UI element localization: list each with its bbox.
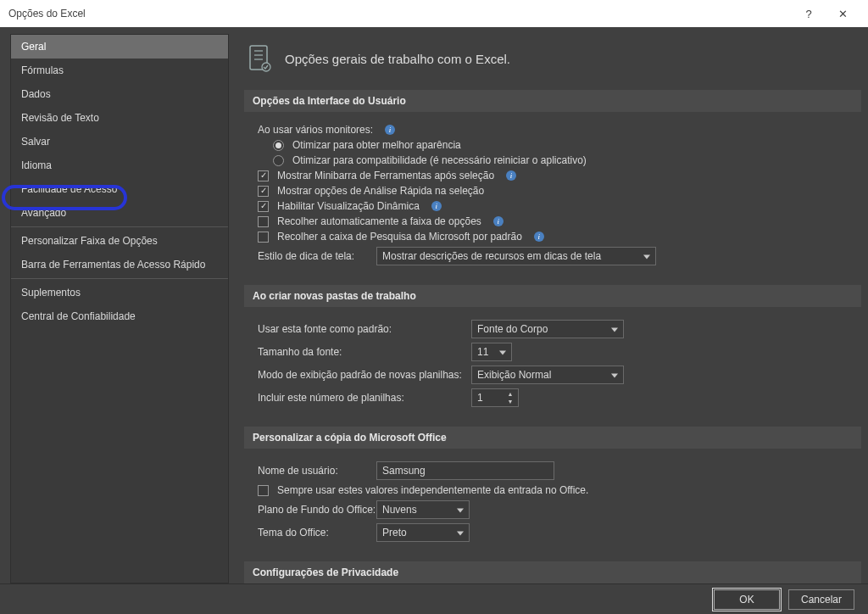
dialog-body: Geral Fórmulas Dados Revisão de Texto Sa…	[0, 27, 868, 583]
sheets-count-value: 1	[477, 392, 483, 404]
default-view-dropdown[interactable]: Exibição Normal	[471, 366, 624, 384]
radio-best-appearance[interactable]	[273, 140, 284, 151]
dialog-footer: OK Cancelar	[0, 583, 868, 614]
checkbox-always-use[interactable]	[258, 485, 269, 496]
checkbox-collapse-ribbon-label: Recolher automaticamente a faixa de opçõ…	[277, 215, 481, 227]
sidebar-item-revisao[interactable]: Revisão de Texto	[11, 106, 228, 130]
office-background-label: Plano de Fundo do Office:	[258, 504, 376, 516]
default-view-label: Modo de exibição padrão de novas planilh…	[258, 369, 471, 381]
checkbox-minibar-label: Mostrar Minibarra de Ferramentas após se…	[277, 170, 494, 181]
default-font-dropdown[interactable]: Fonte do Corpo	[471, 320, 624, 338]
window-title: Opções do Excel	[8, 8, 792, 20]
sidebar-item-avancado[interactable]: Avançado	[11, 201, 228, 225]
content-panel: Opções gerais de trabalho com o Excel. O…	[229, 34, 868, 583]
radio-compatibility-label: Otimizar para compatibilidade (é necessá…	[292, 154, 587, 166]
sidebar-item-facilidade[interactable]: Facilidade de Acesso	[11, 177, 228, 201]
section-body-ui: Ao usar vários monitores: i Otimizar par…	[244, 112, 861, 282]
page-header: Opções gerais de trabalho com o Excel.	[244, 34, 861, 87]
username-label: Nome de usuário:	[258, 465, 376, 477]
help-button[interactable]: ?	[792, 0, 826, 27]
checkbox-live-preview-label: Habilitar Visualização Dinâmica	[277, 200, 420, 212]
sidebar-item-formulas[interactable]: Fórmulas	[11, 59, 228, 82]
screentip-style-label: Estilo de dica de tela:	[258, 250, 376, 262]
info-icon[interactable]: i	[506, 170, 516, 181]
info-icon[interactable]: i	[493, 216, 504, 226]
default-font-label: Usar esta fonte como padrão:	[258, 323, 471, 335]
sidebar-item-suplementos[interactable]: Suplementos	[11, 281, 228, 304]
options-icon	[248, 44, 273, 73]
section-body-workbook: Usar esta fonte como padrão: Fonte do Co…	[244, 307, 861, 423]
sidebar-item-idioma[interactable]: Idioma	[11, 154, 228, 177]
sidebar-item-confiabilidade[interactable]: Central de Confiabilidade	[11, 304, 228, 328]
close-button[interactable]: ✕	[826, 0, 860, 27]
office-theme-dropdown[interactable]: Preto	[376, 523, 470, 542]
checkbox-collapse-search[interactable]	[258, 232, 269, 243]
section-header-workbook: Ao criar novas pastas de trabalho	[244, 285, 861, 307]
page-title: Opções gerais de trabalho com o Excel.	[285, 52, 510, 66]
section-header-office: Personalizar a cópia do Microsoft Office	[244, 427, 861, 449]
multi-monitor-label: Ao usar vários monitores:	[258, 124, 373, 136]
sidebar-separator	[11, 278, 228, 279]
checkbox-collapse-search-label: Recolher a caixa de Pesquisa da Microsof…	[277, 231, 522, 243]
sidebar-separator	[11, 226, 228, 227]
sheets-count-spinner[interactable]: 1 ▲▼	[471, 388, 519, 407]
sidebar-item-dados[interactable]: Dados	[11, 82, 228, 106]
section-header-ui: Opções da Interface do Usuário	[244, 90, 861, 112]
info-icon[interactable]: i	[385, 125, 395, 135]
content-wrap: Opções gerais de trabalho com o Excel. O…	[229, 34, 868, 583]
username-input[interactable]: Samsung	[376, 461, 554, 480]
titlebar: Opções do Excel ? ✕	[0, 0, 868, 27]
cancel-button[interactable]: Cancelar	[788, 589, 854, 610]
sidebar-item-salvar[interactable]: Salvar	[11, 130, 228, 154]
spinner-up-icon[interactable]: ▲	[504, 390, 516, 398]
checkbox-quick-analysis-label: Mostrar opções de Análise Rápida na sele…	[277, 185, 484, 197]
checkbox-always-use-label: Sempre usar estes valores independenteme…	[277, 484, 588, 496]
ok-button[interactable]: OK	[714, 589, 780, 610]
excel-options-dialog: Opções do Excel ? ✕ Geral Fórmulas Dados…	[0, 0, 868, 614]
office-background-dropdown[interactable]: Nuvens	[376, 500, 470, 519]
info-icon[interactable]: i	[431, 201, 442, 211]
radio-best-appearance-label: Otimizar para obter melhor aparência	[292, 139, 461, 151]
sheets-count-label: Incluir este número de planilhas:	[258, 392, 471, 404]
checkbox-collapse-ribbon[interactable]	[258, 216, 269, 227]
font-size-dropdown[interactable]: 11	[471, 343, 512, 361]
category-sidebar: Geral Fórmulas Dados Revisão de Texto Sa…	[10, 34, 229, 583]
sidebar-item-geral[interactable]: Geral	[11, 35, 228, 59]
section-body-office: Nome de usuário: Samsung Sempre usar est…	[244, 449, 861, 558]
sidebar-item-barra-ferramentas[interactable]: Barra de Ferramentas de Acesso Rápido	[11, 253, 228, 276]
checkbox-minibar[interactable]	[258, 170, 269, 181]
font-size-label: Tamanho da fonte:	[258, 346, 471, 358]
checkbox-quick-analysis[interactable]	[258, 186, 269, 197]
checkbox-live-preview[interactable]	[258, 201, 269, 212]
info-icon[interactable]: i	[534, 232, 544, 242]
spinner-down-icon[interactable]: ▼	[504, 398, 516, 405]
sidebar-item-faixa-opcoes[interactable]: Personalizar Faixa de Opções	[11, 229, 228, 253]
screentip-style-dropdown[interactable]: Mostrar descrições de recursos em dicas …	[376, 247, 656, 265]
section-header-privacy: Configurações de Privacidade	[244, 561, 861, 583]
office-theme-label: Tema do Office:	[258, 527, 376, 539]
radio-compatibility[interactable]	[273, 155, 284, 166]
